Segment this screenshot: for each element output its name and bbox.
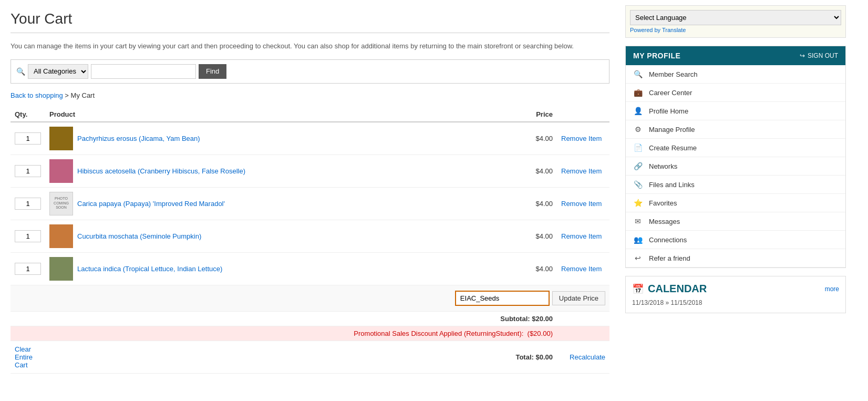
table-row: Pachyrhizus erosus (Jicama, Yam Bean) $4… — [11, 122, 609, 155]
profile-menu-item: 👤 Profile Home — [626, 102, 845, 120]
profile-menu-link[interactable]: 📄 Create Resume — [626, 139, 845, 157]
calendar-icon: 📅 — [632, 283, 644, 295]
menu-item-label: Career Center — [649, 89, 692, 97]
price-cell: $4.00 — [500, 155, 557, 187]
calendar-header: 📅 CALENDAR more — [632, 283, 839, 295]
qty-input[interactable] — [15, 230, 41, 242]
product-image — [49, 159, 73, 183]
qty-input[interactable] — [15, 198, 41, 210]
cart-table: Qty. Product Price Pachyrhizus erosus (J… — [11, 107, 609, 374]
menu-item-icon: ↩ — [633, 254, 643, 262]
profile-menu-item: ↩ Refer a friend — [626, 249, 845, 268]
table-row: Cucurbita moschata (Seminole Pumpkin) $4… — [11, 220, 609, 252]
menu-item-icon: 📄 — [633, 143, 643, 152]
clear-cart-link[interactable]: Clear Entire Cart — [15, 345, 33, 369]
menu-item-icon: 🔗 — [633, 162, 643, 170]
my-profile-label: MY PROFILE — [633, 52, 680, 60]
profile-menu-item: ⚙ Manage Profile — [626, 120, 845, 139]
profile-header: MY PROFILE ↪ SIGN OUT — [626, 46, 845, 65]
search-bar: 🔍 All Categories Seeds Plants Find — [11, 59, 609, 84]
profile-menu-item: 📄 Create Resume — [626, 139, 845, 157]
profile-menu-link[interactable]: 👤 Profile Home — [626, 102, 845, 120]
search-input[interactable] — [91, 64, 196, 79]
product-image — [49, 257, 73, 281]
powered-by: Powered by Translate — [630, 27, 841, 33]
profile-menu-item: 👥 Connections — [626, 231, 845, 249]
menu-item-label: Member Search — [649, 70, 697, 78]
price-cell: $4.00 — [500, 122, 557, 155]
qty-input[interactable] — [15, 132, 41, 145]
category-select[interactable]: All Categories Seeds Plants — [28, 64, 88, 79]
menu-item-label: Manage Profile — [649, 126, 695, 133]
calendar-more-link[interactable]: more — [825, 285, 839, 293]
menu-item-label: Connections — [649, 236, 687, 244]
remove-item-link[interactable]: Remove Item — [561, 135, 602, 142]
profile-menu-item: 📎 Files and Links — [626, 176, 845, 194]
product-link[interactable]: Carica papaya (Papaya) 'Improved Red Mar… — [77, 200, 225, 208]
menu-item-icon: 🔍 — [633, 70, 643, 78]
product-link[interactable]: Lactuca indica (Tropical Lettuce, Indian… — [77, 265, 222, 273]
profile-menu-link[interactable]: 🔗 Networks — [626, 157, 845, 175]
language-select[interactable]: Select Language — [630, 10, 841, 25]
menu-item-label: Messages — [649, 218, 680, 225]
profile-menu-item: ⭐ Favorites — [626, 194, 845, 212]
menu-item-icon: 👥 — [633, 235, 643, 244]
promo-label: Promotional Sales Discount Applied (Retu… — [11, 326, 557, 341]
menu-item-icon: 📎 — [633, 180, 643, 189]
profile-menu-link[interactable]: 👥 Connections — [626, 231, 845, 249]
calendar-title: 📅 CALENDAR — [632, 283, 707, 295]
sign-out-button[interactable]: ↪ SIGN OUT — [800, 52, 838, 59]
menu-item-label: Favorites — [649, 199, 677, 207]
remove-item-link[interactable]: Remove Item — [561, 265, 602, 273]
remove-item-link[interactable]: Remove Item — [561, 200, 602, 208]
profile-menu-link[interactable]: ✉ Messages — [626, 212, 845, 230]
profile-menu: 🔍 Member Search 💼 Career Center 👤 Profil… — [626, 65, 845, 268]
price-cell: $4.00 — [500, 187, 557, 220]
update-price-button[interactable]: Update Price — [552, 291, 605, 305]
qty-input[interactable] — [15, 263, 41, 275]
subtotal-label: Subtotal: $20.00 — [11, 311, 557, 326]
calendar-date: 11/13/2018 » 11/15/2018 — [632, 299, 839, 306]
profile-menu-link[interactable]: ↩ Refer a friend — [626, 249, 845, 267]
product-link[interactable]: Cucurbita moschata (Seminole Pumpkin) — [77, 232, 201, 240]
profile-menu-item: ✉ Messages — [626, 212, 845, 231]
product-image: PHOTOCOMINGSOON — [49, 192, 73, 215]
table-row: Hibiscus acetosella (Cranberry Hibiscus,… — [11, 155, 609, 187]
total-cell: Total: $0.00 — [45, 341, 557, 373]
title-divider — [11, 33, 609, 33]
menu-item-label: Refer a friend — [649, 254, 690, 262]
product-link[interactable]: Pachyrhizus erosus (Jicama, Yam Bean) — [77, 135, 200, 142]
current-page: My Cart — [71, 91, 95, 99]
profile-menu-link[interactable]: ⭐ Favorites — [626, 194, 845, 212]
search-icon: 🔍 — [16, 67, 25, 76]
menu-item-label: Networks — [649, 162, 677, 170]
find-button[interactable]: Find — [199, 64, 226, 79]
product-image — [49, 127, 73, 150]
price-cell: $4.00 — [500, 220, 557, 252]
table-row: PHOTOCOMINGSOON Carica papaya (Papaya) '… — [11, 187, 609, 220]
remove-item-link[interactable]: Remove Item — [561, 232, 602, 240]
coupon-input[interactable] — [455, 291, 550, 306]
profile-menu-link[interactable]: ⚙ Manage Profile — [626, 120, 845, 138]
page-title: Your Cart — [11, 11, 609, 27]
menu-item-icon: 👤 — [633, 107, 643, 115]
coupon-row: Update Price — [11, 285, 609, 311]
menu-item-icon: ✉ — [633, 217, 643, 225]
remove-item-link[interactable]: Remove Item — [561, 167, 602, 175]
price-cell: $4.00 — [500, 252, 557, 285]
menu-item-label: Create Resume — [649, 144, 697, 152]
qty-input[interactable] — [15, 165, 41, 177]
profile-menu-link[interactable]: 📎 Files and Links — [626, 176, 845, 193]
recalculate-link[interactable]: Recalculate — [570, 353, 605, 361]
menu-item-icon: ⭐ — [633, 199, 643, 207]
profile-menu-link[interactable]: 💼 Career Center — [626, 84, 845, 101]
menu-item-label: Profile Home — [649, 107, 688, 115]
profile-menu-item: 🔗 Networks — [626, 157, 845, 176]
product-image — [49, 224, 73, 248]
cart-description: You can manage the items in your cart by… — [11, 41, 609, 52]
back-to-shopping-link[interactable]: Back to shopping — [11, 91, 63, 99]
product-link[interactable]: Hibiscus acetosella (Cranberry Hibiscus,… — [77, 167, 245, 175]
profile-menu-link[interactable]: 🔍 Member Search — [626, 65, 845, 83]
coupon-box: Update Price — [15, 291, 605, 306]
menu-item-icon: 💼 — [633, 88, 643, 97]
